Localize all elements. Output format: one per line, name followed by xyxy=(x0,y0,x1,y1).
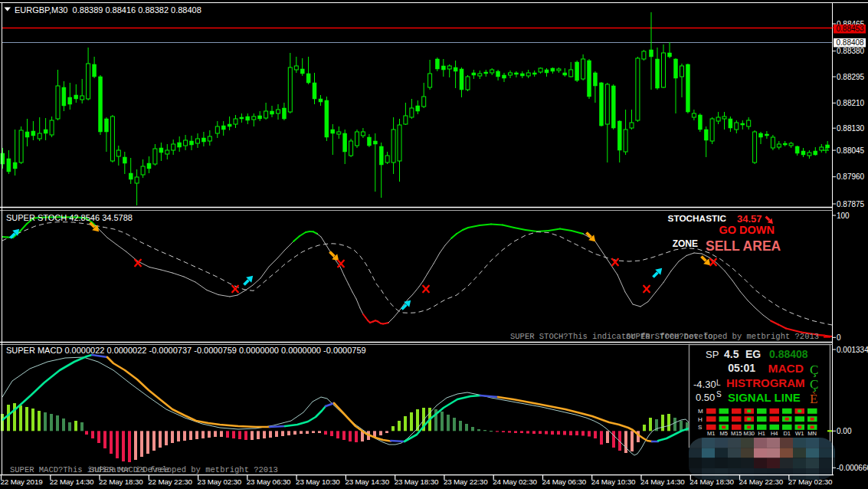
svg-text:22 May 18:30: 22 May 18:30 xyxy=(99,478,143,486)
svg-text:22 May 22:30: 22 May 22:30 xyxy=(148,478,192,486)
svg-text:34.57: 34.57 xyxy=(737,213,762,225)
svg-text:H: H xyxy=(698,416,703,423)
svg-text:24 May 14:30: 24 May 14:30 xyxy=(640,478,685,486)
svg-text:SELL AREA: SELL AREA xyxy=(706,238,781,254)
svg-text:0.87875: 0.87875 xyxy=(837,200,865,208)
svg-text:Ç: Ç xyxy=(810,377,818,392)
svg-text:SUPER STOCH?Developed by metbr: SUPER STOCH?Developed by metbright ?2013 xyxy=(626,332,819,341)
svg-text:EURGBP,M30 0.88389 0.88416 0.: EURGBP,M30 0.88389 0.88416 0.88382 0.884… xyxy=(15,5,201,15)
svg-text:M30: M30 xyxy=(743,430,755,437)
svg-text:M5: M5 xyxy=(719,430,727,437)
svg-text:0.00: 0.00 xyxy=(837,427,852,435)
svg-text:S: S xyxy=(716,390,722,399)
svg-text:STOCHASTIC: STOCHASTIC xyxy=(668,213,727,224)
svg-text:MACD: MACD xyxy=(768,362,804,375)
svg-text:24 May 18:30: 24 May 18:30 xyxy=(689,478,734,486)
svg-text:0.88295: 0.88295 xyxy=(837,73,865,81)
svg-text:M15: M15 xyxy=(731,430,742,437)
svg-text:-0.0006609: -0.0006609 xyxy=(837,464,868,472)
svg-text:0.88453: 0.88453 xyxy=(837,25,865,33)
svg-text:Ç: Ç xyxy=(810,363,818,377)
svg-text:22 May 2019: 22 May 2019 xyxy=(1,478,43,486)
svg-text:0.88130: 0.88130 xyxy=(837,124,865,133)
svg-text:SUPER MACD 0.0000022 0.0000022: SUPER MACD 0.0000022 0.0000022 -0.000073… xyxy=(6,346,366,355)
svg-text:0: 0 xyxy=(837,333,841,342)
svg-text:05:01: 05:01 xyxy=(728,362,755,374)
svg-text:SP: SP xyxy=(706,349,719,360)
svg-text:24 May 10:30: 24 May 10:30 xyxy=(591,478,636,486)
svg-text:EG: EG xyxy=(745,348,761,360)
svg-text:M1: M1 xyxy=(707,430,715,437)
svg-text:SIGNAL LINE: SIGNAL LINE xyxy=(728,391,801,404)
svg-text:0.87960: 0.87960 xyxy=(837,172,865,181)
svg-text:0.88408: 0.88408 xyxy=(837,38,865,47)
svg-text:H1: H1 xyxy=(758,430,765,437)
svg-text:GO DOWN: GO DOWN xyxy=(719,224,775,236)
svg-text:0.0013346: 0.0013346 xyxy=(837,346,868,354)
svg-text:24 May 06:30: 24 May 06:30 xyxy=(542,478,587,486)
svg-text:L: L xyxy=(716,379,721,387)
svg-text:S: S xyxy=(698,424,702,431)
svg-text:HISTROGRAM: HISTROGRAM xyxy=(726,376,805,389)
svg-text:23 May 18:30: 23 May 18:30 xyxy=(395,478,439,486)
svg-text:ZONE: ZONE xyxy=(673,238,698,249)
svg-text:23 May 22:30: 23 May 22:30 xyxy=(444,478,488,486)
svg-text:23 May 06:30: 23 May 06:30 xyxy=(247,478,291,486)
svg-text:0.88408: 0.88408 xyxy=(769,348,808,360)
svg-text:24 May 22:30: 24 May 22:30 xyxy=(739,478,784,486)
svg-text:-4.30: -4.30 xyxy=(693,379,716,390)
svg-text:È: È xyxy=(810,392,817,406)
svg-text:24 May 02:30: 24 May 02:30 xyxy=(493,478,537,486)
svg-text:22 May 14:30: 22 May 14:30 xyxy=(50,478,94,486)
svg-text:SUPER STOCH 42.8546 34.5788: SUPER STOCH 42.8546 34.5788 xyxy=(6,213,133,222)
svg-text:27 May 02:30: 27 May 02:30 xyxy=(788,478,833,486)
svg-text:0.88045: 0.88045 xyxy=(837,146,865,155)
svg-text:D1: D1 xyxy=(783,430,791,437)
svg-text:M: M xyxy=(698,408,703,415)
svg-text:100: 100 xyxy=(837,212,850,220)
svg-text:MN: MN xyxy=(807,430,817,437)
svg-text:0.50: 0.50 xyxy=(696,392,715,403)
svg-text:23 May 14:30: 23 May 14:30 xyxy=(345,478,389,486)
svg-text:23 May 10:30: 23 May 10:30 xyxy=(296,478,340,486)
svg-text:23 May 02:30: 23 May 02:30 xyxy=(198,478,242,486)
svg-text:4.5: 4.5 xyxy=(724,348,739,360)
svg-text:0.88210: 0.88210 xyxy=(837,99,865,107)
svg-text:SUPER MACD?Developed by metbri: SUPER MACD?Developed by metbright ?2013 xyxy=(90,465,278,474)
svg-text:0.88380: 0.88380 xyxy=(837,47,865,55)
svg-text:H4: H4 xyxy=(771,430,778,437)
svg-text:W1: W1 xyxy=(795,430,804,437)
